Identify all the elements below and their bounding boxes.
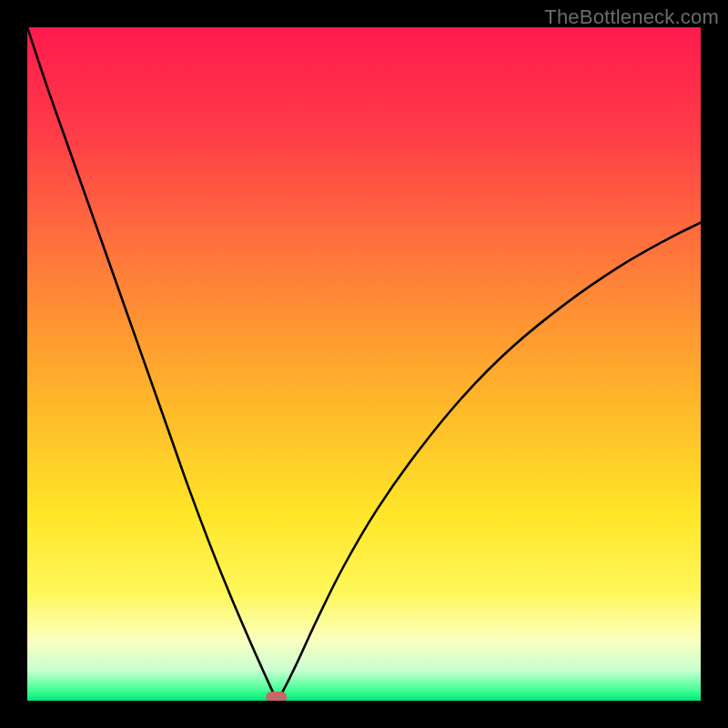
watermark-text: TheBottleneck.com [544, 5, 719, 29]
plot-area [27, 27, 701, 701]
chart-frame: TheBottleneck.com [0, 0, 728, 728]
bottleneck-curve [27, 27, 701, 701]
minimum-marker [266, 692, 288, 701]
